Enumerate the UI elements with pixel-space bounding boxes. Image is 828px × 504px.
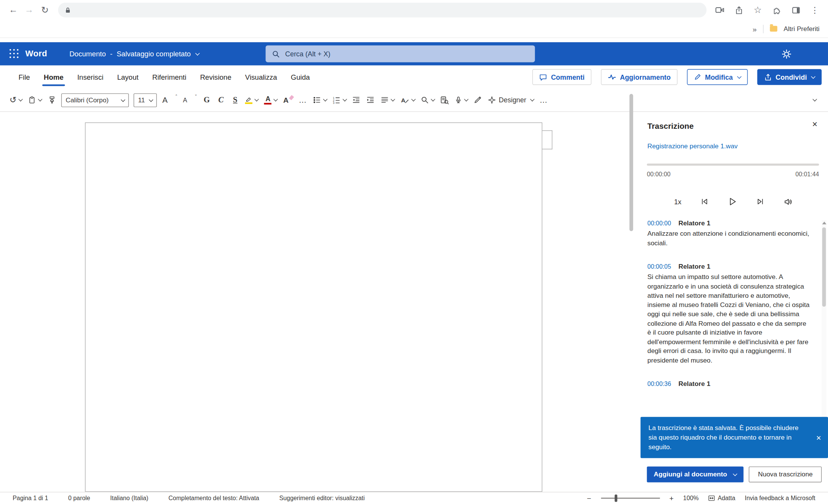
skip-back-icon[interactable] [700,197,709,206]
svg-text:3: 3 [333,102,334,104]
skip-forward-icon[interactable] [756,197,765,206]
more-font-options-button[interactable]: … [296,92,309,108]
editor-suggestions-status[interactable]: Suggerimenti editor: visualizzati [279,495,365,502]
editor-button[interactable] [438,92,451,108]
bullets-button[interactable] [311,92,329,108]
bookmarks-overflow[interactable]: » [752,25,757,33]
numbering-button[interactable]: 123 [330,92,348,108]
transcript-entry[interactable]: 00:00:36 Relatore 1 [647,380,810,387]
play-icon[interactable] [728,197,737,207]
comment-anchor[interactable] [542,130,552,149]
toast-close-icon[interactable]: × [816,432,821,444]
pane-close-icon[interactable]: × [812,119,818,130]
paste-button[interactable] [26,92,44,108]
search-input[interactable] [285,50,529,58]
share-button[interactable]: Condividi [757,69,821,85]
tab-layout[interactable]: Layout [110,66,145,89]
transcript-scrollbar[interactable] [821,220,826,419]
side-panel-icon[interactable] [788,2,803,18]
tab-guida[interactable]: Guida [284,66,316,89]
document-title[interactable]: Documento [69,50,106,58]
editing-mode-button[interactable]: Modifica [687,69,747,85]
tab-riferimenti[interactable]: Riferimenti [145,66,193,89]
settings-gear-icon[interactable] [779,46,794,62]
clear-formatting-button[interactable]: A [281,92,295,108]
transcript-timestamp[interactable]: 00:00:36 [647,381,671,387]
ink-editor-button[interactable] [471,92,484,108]
forward-icon[interactable]: → [21,2,37,18]
font-size-select[interactable]: 11 [134,93,157,107]
zoom-out-button[interactable]: − [587,494,591,502]
app-name: Word [25,49,47,59]
underline-button[interactable]: S [229,92,242,108]
language-indicator[interactable]: Italiano (Italia) [110,495,148,502]
word-count[interactable]: 0 parole [68,495,90,502]
increase-indent-button[interactable] [364,92,377,108]
italic-button[interactable]: C [215,92,227,108]
page-indicator[interactable]: Pagina 1 di 1 [13,495,48,502]
camera-icon[interactable] [712,2,728,18]
document-page[interactable] [85,122,542,492]
format-painter-icon[interactable] [46,92,58,108]
transcript-list[interactable]: 00:00:00 Relatore 1 Analizzare con atten… [647,220,810,417]
zoom-slider[interactable] [601,497,660,499]
tab-visualizza[interactable]: Visualizza [238,66,284,89]
tab-inserisci[interactable]: Inserisci [71,66,110,89]
add-to-document-button[interactable]: Aggiungi al documento [647,466,744,482]
reload-icon[interactable]: ↻ [37,2,53,18]
designer-button[interactable]: Designer [486,92,536,108]
comments-button[interactable]: Commenti [532,69,591,85]
search-box[interactable] [266,45,535,62]
more-commands-button[interactable]: … [537,92,550,108]
scroll-up-icon[interactable] [822,222,826,224]
font-name-select[interactable]: Calibri (Corpo) [61,93,129,107]
activity-icon [608,73,616,81]
document-scrollbar[interactable] [629,94,633,231]
dictate-button[interactable] [452,92,469,108]
extensions-icon[interactable] [769,2,785,18]
browser-menu-icon[interactable]: ⋮ [807,2,823,18]
app-launcher-icon[interactable] [10,49,19,59]
find-button[interactable] [418,92,436,108]
chevron-down-icon [811,74,816,79]
shrink-font-button[interactable]: Aˇ [181,92,199,108]
zoom-slider-thumb[interactable] [614,494,617,502]
tab-revisione[interactable]: Revisione [193,66,238,89]
font-color-button[interactable]: A [262,92,280,108]
styles-button[interactable]: A [398,92,417,108]
highlight-button[interactable] [243,92,260,108]
save-status[interactable]: Salvataggio completato [117,50,191,58]
transcript-timestamp[interactable]: 00:00:00 [647,220,671,227]
bookmark-star-icon[interactable]: ☆ [750,2,765,18]
volume-icon[interactable] [784,197,793,206]
feedback-link[interactable]: Invia feedback a Microsoft [745,495,815,502]
text-completion-status[interactable]: Completamento del testo: Attivata [168,495,259,502]
playback-speed-button[interactable]: 1x [674,198,681,206]
chevron-down-icon[interactable] [196,51,200,56]
bold-button[interactable]: G [200,92,213,108]
recording-file-link[interactable]: Registrazione personale 1.wav [647,143,737,150]
alignment-button[interactable] [379,92,397,108]
undo-button[interactable]: ↺ [7,92,25,108]
audio-progress-bar[interactable] [647,164,819,166]
zoom-in-button[interactable]: + [669,494,673,502]
address-bar[interactable] [58,3,706,18]
transcript-entry[interactable]: 00:00:05 Relatore 1 Si chiama un impatto… [647,263,810,365]
tab-home[interactable]: Home [37,66,70,89]
collapse-ribbon-button[interactable] [808,92,821,108]
lock-icon [64,7,71,13]
transcript-timestamp[interactable]: 00:00:05 [647,263,671,270]
grow-font-button[interactable]: Aˆ [160,92,179,108]
bookmarks-folder-label[interactable]: Altri Preferiti [784,25,820,32]
updates-button[interactable]: Aggiornamento [601,69,678,85]
tab-file[interactable]: File [12,66,37,89]
back-icon[interactable]: ← [5,2,21,18]
share-icon[interactable] [731,2,747,18]
transcript-entry[interactable]: 00:00:00 Relatore 1 Analizzare con atten… [647,220,810,248]
fit-button[interactable]: Adatta [708,495,736,502]
new-transcription-button[interactable]: Nuova trascrizione [749,466,821,482]
zoom-level[interactable]: 100% [683,495,699,502]
decrease-indent-button[interactable] [350,92,362,108]
scrollbar-thumb[interactable] [822,227,826,307]
transcript-speaker: Relatore 1 [678,263,710,270]
